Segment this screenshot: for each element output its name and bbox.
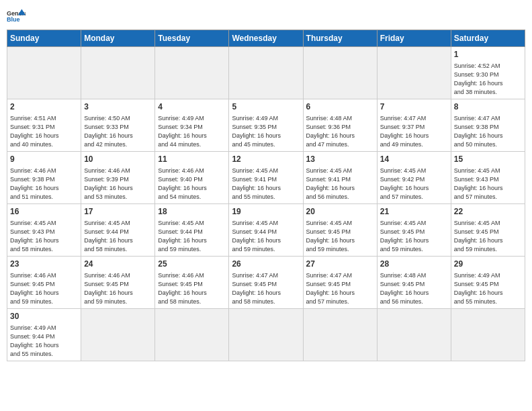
day-cell: 12Sunrise: 4:45 AM Sunset: 9:41 PM Dayli… (229, 152, 303, 204)
day-info: Sunrise: 4:47 AM Sunset: 9:38 PM Dayligh… (454, 114, 522, 149)
day-cell (155, 47, 229, 99)
day-cell: 7Sunrise: 4:47 AM Sunset: 9:37 PM Daylig… (377, 99, 451, 152)
calendar-table: SundayMondayTuesdayWednesdayThursdayFrid… (7, 30, 525, 361)
day-number: 29 (454, 259, 522, 270)
day-cell: 4Sunrise: 4:49 AM Sunset: 9:34 PM Daylig… (155, 99, 229, 152)
day-number: 23 (10, 259, 78, 270)
day-info: Sunrise: 4:45 AM Sunset: 9:42 PM Dayligh… (380, 167, 448, 201)
day-number: 25 (158, 259, 226, 270)
day-number: 27 (306, 259, 374, 270)
day-cell: 30Sunrise: 4:49 AM Sunset: 9:44 PM Dayli… (7, 309, 81, 361)
week-row-2: 9Sunrise: 4:46 AM Sunset: 9:38 PM Daylig… (7, 152, 525, 204)
day-number: 3 (84, 101, 152, 113)
day-info: Sunrise: 4:46 AM Sunset: 9:45 PM Dayligh… (158, 271, 226, 306)
day-cell: 29Sunrise: 4:49 AM Sunset: 9:45 PM Dayli… (451, 257, 525, 309)
day-number: 6 (306, 101, 374, 113)
day-info: Sunrise: 4:46 AM Sunset: 9:45 PM Dayligh… (10, 271, 78, 306)
day-info: Sunrise: 4:49 AM Sunset: 9:35 PM Dayligh… (232, 114, 300, 149)
day-header-thursday: Thursday (303, 30, 377, 47)
day-cell: 27Sunrise: 4:47 AM Sunset: 9:45 PM Dayli… (303, 257, 377, 309)
day-number: 22 (454, 206, 522, 218)
week-row-5: 30Sunrise: 4:49 AM Sunset: 9:44 PM Dayli… (7, 309, 525, 361)
day-cell: 22Sunrise: 4:45 AM Sunset: 9:45 PM Dayli… (451, 204, 525, 257)
logo: General Blue (7, 7, 26, 26)
day-info: Sunrise: 4:45 AM Sunset: 9:44 PM Dayligh… (232, 219, 300, 254)
week-row-1: 2Sunrise: 4:51 AM Sunset: 9:31 PM Daylig… (7, 99, 525, 152)
day-cell (155, 309, 229, 361)
day-number: 7 (380, 101, 448, 113)
day-cell: 19Sunrise: 4:45 AM Sunset: 9:44 PM Dayli… (229, 204, 303, 257)
day-cell: 21Sunrise: 4:45 AM Sunset: 9:45 PM Dayli… (377, 204, 451, 257)
day-header-monday: Monday (81, 30, 155, 47)
day-number: 19 (232, 206, 300, 218)
day-cell (303, 47, 377, 99)
day-cell (377, 309, 451, 361)
day-cell: 10Sunrise: 4:46 AM Sunset: 9:39 PM Dayli… (81, 152, 155, 204)
day-cell (229, 309, 303, 361)
day-number: 13 (306, 154, 374, 165)
day-number: 5 (232, 101, 300, 113)
logo-icon: General Blue (7, 7, 26, 26)
day-info: Sunrise: 4:45 AM Sunset: 9:41 PM Dayligh… (306, 167, 374, 201)
day-cell: 9Sunrise: 4:46 AM Sunset: 9:38 PM Daylig… (7, 152, 81, 204)
day-cell: 25Sunrise: 4:46 AM Sunset: 9:45 PM Dayli… (155, 257, 229, 309)
day-info: Sunrise: 4:46 AM Sunset: 9:45 PM Dayligh… (84, 271, 152, 306)
day-info: Sunrise: 4:45 AM Sunset: 9:43 PM Dayligh… (10, 219, 78, 254)
day-cell: 26Sunrise: 4:47 AM Sunset: 9:45 PM Dayli… (229, 257, 303, 309)
day-cell: 23Sunrise: 4:46 AM Sunset: 9:45 PM Dayli… (7, 257, 81, 309)
day-number: 26 (232, 259, 300, 270)
days-header-row: SundayMondayTuesdayWednesdayThursdayFrid… (7, 30, 525, 47)
day-number: 12 (232, 154, 300, 165)
day-cell: 20Sunrise: 4:45 AM Sunset: 9:45 PM Dayli… (303, 204, 377, 257)
day-info: Sunrise: 4:45 AM Sunset: 9:45 PM Dayligh… (454, 219, 522, 254)
day-info: Sunrise: 4:49 AM Sunset: 9:44 PM Dayligh… (10, 324, 78, 359)
day-number: 15 (454, 154, 522, 165)
week-row-0: 1Sunrise: 4:52 AM Sunset: 9:30 PM Daylig… (7, 47, 525, 99)
day-cell: 17Sunrise: 4:45 AM Sunset: 9:44 PM Dayli… (81, 204, 155, 257)
day-info: Sunrise: 4:46 AM Sunset: 9:38 PM Dayligh… (10, 167, 78, 201)
day-number: 1 (454, 49, 522, 60)
day-cell: 1Sunrise: 4:52 AM Sunset: 9:30 PM Daylig… (451, 47, 525, 99)
day-cell: 11Sunrise: 4:46 AM Sunset: 9:40 PM Dayli… (155, 152, 229, 204)
day-number: 21 (380, 206, 448, 218)
day-number: 20 (306, 206, 374, 218)
page-header: General Blue (7, 7, 525, 26)
day-info: Sunrise: 4:49 AM Sunset: 9:45 PM Dayligh… (454, 271, 522, 306)
day-info: Sunrise: 4:50 AM Sunset: 9:33 PM Dayligh… (84, 114, 152, 149)
day-info: Sunrise: 4:45 AM Sunset: 9:41 PM Dayligh… (232, 167, 300, 201)
day-cell (81, 47, 155, 99)
day-cell: 18Sunrise: 4:45 AM Sunset: 9:44 PM Dayli… (155, 204, 229, 257)
day-cell (7, 47, 81, 99)
day-number: 14 (380, 154, 448, 165)
week-row-3: 16Sunrise: 4:45 AM Sunset: 9:43 PM Dayli… (7, 204, 525, 257)
day-header-tuesday: Tuesday (155, 30, 229, 47)
day-cell: 5Sunrise: 4:49 AM Sunset: 9:35 PM Daylig… (229, 99, 303, 152)
day-number: 11 (158, 154, 226, 165)
day-info: Sunrise: 4:45 AM Sunset: 9:43 PM Dayligh… (454, 167, 522, 201)
day-info: Sunrise: 4:46 AM Sunset: 9:39 PM Dayligh… (84, 167, 152, 201)
day-info: Sunrise: 4:46 AM Sunset: 9:40 PM Dayligh… (158, 167, 226, 201)
day-cell (81, 309, 155, 361)
day-number: 10 (84, 154, 152, 165)
day-header-friday: Friday (377, 30, 451, 47)
day-cell: 24Sunrise: 4:46 AM Sunset: 9:45 PM Dayli… (81, 257, 155, 309)
day-cell: 15Sunrise: 4:45 AM Sunset: 9:43 PM Dayli… (451, 152, 525, 204)
day-info: Sunrise: 4:45 AM Sunset: 9:45 PM Dayligh… (306, 219, 374, 254)
day-info: Sunrise: 4:51 AM Sunset: 9:31 PM Dayligh… (10, 114, 78, 149)
day-info: Sunrise: 4:49 AM Sunset: 9:34 PM Dayligh… (158, 114, 226, 149)
day-info: Sunrise: 4:48 AM Sunset: 9:45 PM Dayligh… (380, 271, 448, 306)
day-number: 9 (10, 154, 78, 165)
day-number: 8 (454, 101, 522, 113)
day-number: 2 (10, 101, 78, 113)
day-cell: 13Sunrise: 4:45 AM Sunset: 9:41 PM Dayli… (303, 152, 377, 204)
day-cell (229, 47, 303, 99)
day-info: Sunrise: 4:45 AM Sunset: 9:44 PM Dayligh… (158, 219, 226, 254)
day-header-wednesday: Wednesday (229, 30, 303, 47)
day-info: Sunrise: 4:52 AM Sunset: 9:30 PM Dayligh… (454, 62, 522, 97)
day-cell: 6Sunrise: 4:48 AM Sunset: 9:36 PM Daylig… (303, 99, 377, 152)
day-info: Sunrise: 4:48 AM Sunset: 9:36 PM Dayligh… (306, 114, 374, 149)
day-info: Sunrise: 4:45 AM Sunset: 9:44 PM Dayligh… (84, 219, 152, 254)
day-cell: 2Sunrise: 4:51 AM Sunset: 9:31 PM Daylig… (7, 99, 81, 152)
day-number: 18 (158, 206, 226, 218)
day-number: 30 (10, 311, 78, 322)
